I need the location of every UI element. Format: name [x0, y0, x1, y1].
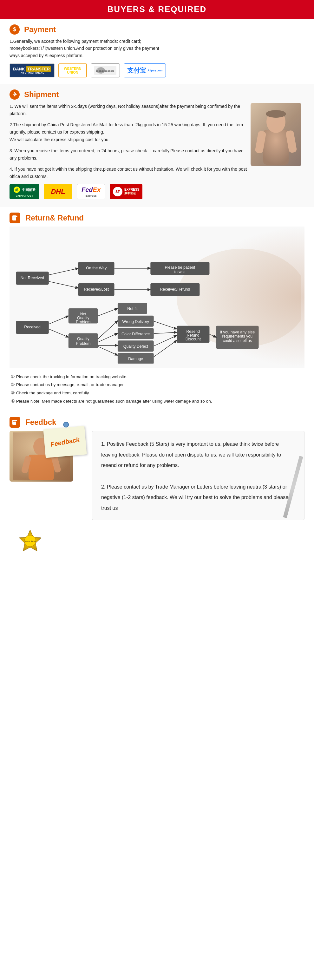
svg-line-42: [98, 309, 118, 316]
payment-logos: BANK TRANSFER INTERNATIONAL WESTERN UNIO…: [10, 64, 304, 77]
svg-line-46: [98, 333, 118, 342]
person-silhouette: [251, 103, 301, 166]
moneybookers-logo: moneybookers: [91, 64, 120, 77]
feedback-text-area: 1. Positive Feedback (5 Stars) is very i…: [92, 431, 304, 525]
svg-text:Received/Refund: Received/Refund: [160, 287, 190, 291]
svg-line-33: [49, 316, 68, 324]
dhl-logo: DHL: [44, 184, 72, 199]
fedex-logo: FedEx Express: [77, 184, 105, 199]
svg-rect-70: [13, 420, 16, 425]
svg-line-18: [49, 269, 78, 275]
page-header: BUYERS & REQUIRED: [0, 0, 314, 19]
shipment-item-3: 3. When you receive the items you ordere…: [10, 147, 247, 162]
shipment-logos: 邮 中国邮政 CHINA POST DHL FedEx Express: [10, 184, 247, 199]
star-svg: Your Text: [10, 528, 51, 552]
shipment-item-1: 1. We will sent the items within 2-5days…: [10, 103, 247, 118]
svg-text:Problem: Problem: [76, 341, 90, 346]
payment-icon: $: [10, 24, 20, 35]
shipment-title-text: Shipment: [24, 90, 59, 99]
shipment-body: 1. We will sent the items within 2-5days…: [10, 103, 304, 204]
return-notes: ① Please check the tracking in formation…: [10, 373, 304, 406]
svg-line-45: [98, 321, 118, 339]
return-note-2: ② Please contact us by meesage, e-mail, …: [10, 381, 304, 389]
feedback-image-area: Feedback: [10, 431, 86, 482]
svg-line-59: [154, 336, 177, 346]
star-badge: Your Text: [10, 528, 51, 552]
feedback-section: Feedbck: [0, 408, 314, 555]
shipment-section: ✈ Shipment 1. We will sent the items wit…: [0, 84, 314, 207]
shipment-title: ✈ Shipment: [10, 89, 304, 100]
sf-express-logo: SF EXPRESS 顺丰速运: [110, 184, 143, 199]
svg-line-58: [154, 332, 177, 333]
svg-text:Problem: Problem: [76, 320, 90, 324]
payment-description: 1.Generally, we accept the following pay…: [10, 38, 168, 59]
shipment-content: 1. We will sent the items within 2-5days…: [10, 103, 247, 204]
payment-title: $ Payment: [10, 24, 304, 35]
svg-text:Discount: Discount: [186, 337, 201, 341]
bank-transfer-logo: BANK TRANSFER INTERNATIONAL: [10, 64, 55, 77]
feedback-item-1: 1. Positive Feedback (5 Stars) is very i…: [101, 439, 295, 471]
flowchart-svg: Not Received On the Way Please be patien…: [13, 232, 301, 364]
svg-text:邮: 邮: [15, 188, 18, 192]
return-note-3: ③ Check the package and Item, carefully.: [10, 389, 304, 397]
svg-text:could also tell us: could also tell us: [223, 339, 252, 343]
return-note-4: ④ Please Note: Men made defects are not …: [10, 397, 304, 406]
svg-text:Please be patient: Please be patient: [165, 265, 195, 270]
shipment-person-image: [247, 103, 304, 204]
svg-text:Not fit: Not fit: [127, 307, 138, 311]
svg-text:requirements you: requirements you: [222, 334, 252, 339]
shipment-icon: ✈: [10, 89, 20, 100]
svg-point-8: [266, 110, 286, 118]
return-section: Return& Refund Not Received On the Way: [0, 207, 314, 408]
svg-rect-75: [29, 455, 54, 480]
svg-text:Color Difference: Color Difference: [122, 332, 150, 336]
return-icon: [10, 213, 20, 223]
svg-text:Received: Received: [24, 325, 41, 329]
feedback-item-2: 2. Please contact us by Trade Manager or…: [101, 482, 295, 514]
alipay-logo: 支付宝 Alipay.com: [124, 64, 166, 77]
shipment-item-4: 4. If you have not got it within the shi…: [10, 165, 247, 180]
return-title: Return& Refund: [10, 213, 304, 223]
svg-line-57: [154, 321, 177, 329]
svg-marker-12: [16, 215, 17, 217]
page-title: BUYERS & REQUIRED: [0, 5, 314, 14]
feedback-note-text: Feedback: [50, 436, 80, 448]
svg-line-19: [49, 282, 78, 288]
payment-title-text: Payment: [24, 25, 56, 34]
svg-rect-6: [263, 130, 289, 165]
svg-line-60: [154, 340, 177, 357]
svg-text:Damage: Damage: [128, 356, 143, 361]
feedback-title: Feedbck: [10, 417, 304, 428]
svg-text:Quality Defect: Quality Defect: [124, 344, 148, 348]
chinapost-logo: 邮 中国邮政 CHINA POST: [10, 184, 39, 199]
svg-line-48: [98, 347, 118, 355]
svg-text:Your Text: Your Text: [24, 540, 36, 543]
feedback-content-row: Feedback 1. Positive Feedback (5 Stars) …: [10, 431, 304, 525]
payment-section: $ Payment 1.Generally, we accept the fol…: [0, 19, 314, 84]
svg-text:Received/Lost: Received/Lost: [84, 287, 109, 291]
western-union-logo: WESTERN UNION: [59, 64, 87, 77]
svg-text:If you have any else: If you have any else: [220, 330, 255, 334]
return-note-1: ① Please check the tracking in formation…: [10, 373, 304, 381]
feedback-box: 1. Positive Feedback (5 Stars) is very i…: [92, 431, 304, 520]
svg-text:Wrong Delivery: Wrong Delivery: [122, 320, 149, 324]
feedback-note-card: Feedback: [43, 426, 87, 458]
svg-text:Quality: Quality: [77, 337, 89, 341]
svg-text:On the Way: On the Way: [86, 266, 107, 270]
svg-text:to wait: to wait: [174, 270, 186, 274]
feedback-title-text: Feedbck: [25, 418, 56, 427]
feedback-icon: [10, 417, 20, 428]
svg-marker-71: [16, 420, 17, 421]
return-title-text: Return& Refund: [25, 213, 84, 223]
section-divider: [10, 414, 304, 414]
svg-text:Not Received: Not Received: [21, 276, 44, 280]
shipment-item-2: 2.The shipment by China Post Registered …: [10, 121, 247, 143]
svg-text:moneybookers: moneybookers: [97, 70, 114, 72]
star-badge-area: Your Text: [10, 528, 304, 552]
svg-line-34: [49, 329, 68, 337]
return-flowchart: Not Received On the Way Please be patien…: [10, 226, 304, 368]
